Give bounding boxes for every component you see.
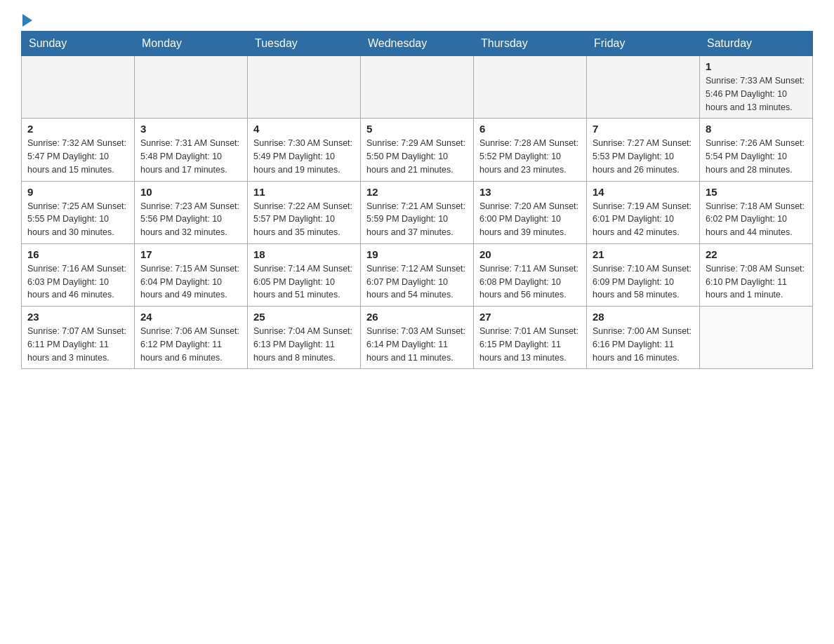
- day-of-week-header: Tuesday: [248, 32, 361, 56]
- day-info: Sunrise: 7:00 AM Sunset: 6:16 PM Dayligh…: [593, 325, 694, 364]
- day-number: 21: [593, 248, 694, 260]
- calendar-cell: 17Sunrise: 7:15 AM Sunset: 6:04 PM Dayli…: [135, 243, 248, 306]
- day-info: Sunrise: 7:21 AM Sunset: 5:59 PM Dayligh…: [366, 200, 468, 239]
- calendar-cell: 19Sunrise: 7:12 AM Sunset: 6:07 PM Dayli…: [361, 243, 474, 306]
- calendar-cell: 2Sunrise: 7:32 AM Sunset: 5:47 PM Daylig…: [22, 119, 135, 181]
- calendar-cell: 27Sunrise: 7:01 AM Sunset: 6:15 PM Dayli…: [474, 307, 587, 369]
- calendar-cell: 22Sunrise: 7:08 AM Sunset: 6:10 PM Dayli…: [700, 243, 813, 306]
- day-number: 15: [706, 186, 807, 198]
- day-number: 23: [27, 311, 128, 323]
- day-number: 18: [253, 248, 355, 260]
- day-info: Sunrise: 7:10 AM Sunset: 6:09 PM Dayligh…: [593, 262, 694, 302]
- day-number: 12: [366, 186, 468, 198]
- day-number: 17: [140, 248, 241, 260]
- calendar-cell: 20Sunrise: 7:11 AM Sunset: 6:08 PM Dayli…: [474, 243, 587, 306]
- day-number: 13: [479, 186, 581, 198]
- calendar-cell: 24Sunrise: 7:06 AM Sunset: 6:12 PM Dayli…: [135, 307, 248, 369]
- calendar-cell: [135, 56, 248, 119]
- calendar-cell: 15Sunrise: 7:18 AM Sunset: 6:02 PM Dayli…: [700, 181, 813, 243]
- calendar-cell: 28Sunrise: 7:00 AM Sunset: 6:16 PM Dayli…: [587, 307, 700, 369]
- logo-triangle-icon: [22, 14, 32, 27]
- day-number: 24: [140, 311, 241, 323]
- day-number: 5: [366, 123, 468, 135]
- day-number: 7: [593, 123, 694, 135]
- day-info: Sunrise: 7:32 AM Sunset: 5:47 PM Dayligh…: [27, 137, 128, 176]
- day-number: 8: [706, 123, 807, 135]
- calendar-cell: [700, 307, 813, 369]
- day-info: Sunrise: 7:25 AM Sunset: 5:55 PM Dayligh…: [27, 200, 128, 239]
- day-number: 22: [706, 248, 807, 260]
- day-info: Sunrise: 7:27 AM Sunset: 5:53 PM Dayligh…: [593, 137, 694, 176]
- calendar-cell: [587, 56, 700, 119]
- calendar-cell: [248, 56, 361, 119]
- day-number: 11: [253, 186, 355, 198]
- calendar-cell: [22, 56, 135, 119]
- calendar-week-row: 1Sunrise: 7:33 AM Sunset: 5:46 PM Daylig…: [22, 56, 813, 119]
- calendar-cell: 21Sunrise: 7:10 AM Sunset: 6:09 PM Dayli…: [587, 243, 700, 306]
- calendar-cell: 12Sunrise: 7:21 AM Sunset: 5:59 PM Dayli…: [361, 181, 474, 243]
- day-info: Sunrise: 7:29 AM Sunset: 5:50 PM Dayligh…: [366, 137, 468, 176]
- day-of-week-header: Thursday: [474, 32, 587, 56]
- day-info: Sunrise: 7:20 AM Sunset: 6:00 PM Dayligh…: [479, 200, 581, 239]
- day-info: Sunrise: 7:26 AM Sunset: 5:54 PM Dayligh…: [706, 137, 807, 176]
- calendar-cell: 7Sunrise: 7:27 AM Sunset: 5:53 PM Daylig…: [587, 119, 700, 181]
- day-number: 6: [479, 123, 581, 135]
- day-info: Sunrise: 7:22 AM Sunset: 5:57 PM Dayligh…: [253, 200, 355, 239]
- day-number: 10: [140, 186, 241, 198]
- day-number: 26: [366, 311, 468, 323]
- day-number: 28: [593, 311, 694, 323]
- day-number: 3: [140, 123, 241, 135]
- calendar-cell: 9Sunrise: 7:25 AM Sunset: 5:55 PM Daylig…: [22, 181, 135, 243]
- calendar-week-row: 2Sunrise: 7:32 AM Sunset: 5:47 PM Daylig…: [22, 119, 813, 181]
- day-info: Sunrise: 7:14 AM Sunset: 6:05 PM Dayligh…: [253, 262, 355, 302]
- calendar-cell: 26Sunrise: 7:03 AM Sunset: 6:14 PM Dayli…: [361, 307, 474, 369]
- calendar-cell: 4Sunrise: 7:30 AM Sunset: 5:49 PM Daylig…: [248, 119, 361, 181]
- day-number: 1: [706, 60, 807, 72]
- day-info: Sunrise: 7:16 AM Sunset: 6:03 PM Dayligh…: [27, 262, 128, 302]
- day-number: 19: [366, 248, 468, 260]
- calendar-header-row: SundayMondayTuesdayWednesdayThursdayFrid…: [22, 32, 813, 56]
- day-info: Sunrise: 7:18 AM Sunset: 6:02 PM Dayligh…: [706, 200, 807, 239]
- day-info: Sunrise: 7:33 AM Sunset: 5:46 PM Dayligh…: [706, 74, 807, 114]
- calendar-cell: 25Sunrise: 7:04 AM Sunset: 6:13 PM Dayli…: [248, 307, 361, 369]
- day-info: Sunrise: 7:19 AM Sunset: 6:01 PM Dayligh…: [593, 200, 694, 239]
- day-info: Sunrise: 7:03 AM Sunset: 6:14 PM Dayligh…: [366, 325, 468, 364]
- day-number: 2: [27, 123, 128, 135]
- logo: [21, 14, 38, 24]
- day-info: Sunrise: 7:07 AM Sunset: 6:11 PM Dayligh…: [27, 325, 128, 364]
- day-info: Sunrise: 7:30 AM Sunset: 5:49 PM Dayligh…: [253, 137, 355, 176]
- calendar-week-row: 23Sunrise: 7:07 AM Sunset: 6:11 PM Dayli…: [22, 307, 813, 369]
- page-header: [21, 14, 813, 24]
- day-info: Sunrise: 7:28 AM Sunset: 5:52 PM Dayligh…: [479, 137, 581, 176]
- day-info: Sunrise: 7:06 AM Sunset: 6:12 PM Dayligh…: [140, 325, 241, 364]
- day-info: Sunrise: 7:31 AM Sunset: 5:48 PM Dayligh…: [140, 137, 241, 176]
- day-of-week-header: Monday: [135, 32, 248, 56]
- calendar-cell: 8Sunrise: 7:26 AM Sunset: 5:54 PM Daylig…: [700, 119, 813, 181]
- day-number: 27: [479, 311, 581, 323]
- calendar-cell: 14Sunrise: 7:19 AM Sunset: 6:01 PM Dayli…: [587, 181, 700, 243]
- calendar-cell: 11Sunrise: 7:22 AM Sunset: 5:57 PM Dayli…: [248, 181, 361, 243]
- day-info: Sunrise: 7:11 AM Sunset: 6:08 PM Dayligh…: [479, 262, 581, 302]
- day-of-week-header: Sunday: [22, 32, 135, 56]
- day-info: Sunrise: 7:04 AM Sunset: 6:13 PM Dayligh…: [253, 325, 355, 364]
- day-number: 4: [253, 123, 355, 135]
- calendar-cell: 5Sunrise: 7:29 AM Sunset: 5:50 PM Daylig…: [361, 119, 474, 181]
- calendar-cell: 1Sunrise: 7:33 AM Sunset: 5:46 PM Daylig…: [700, 56, 813, 119]
- day-number: 20: [479, 248, 581, 260]
- calendar-cell: 16Sunrise: 7:16 AM Sunset: 6:03 PM Dayli…: [22, 243, 135, 306]
- day-of-week-header: Saturday: [700, 32, 813, 56]
- calendar-cell: 13Sunrise: 7:20 AM Sunset: 6:00 PM Dayli…: [474, 181, 587, 243]
- day-info: Sunrise: 7:01 AM Sunset: 6:15 PM Dayligh…: [479, 325, 581, 364]
- calendar-week-row: 16Sunrise: 7:16 AM Sunset: 6:03 PM Dayli…: [22, 243, 813, 306]
- calendar-cell: 3Sunrise: 7:31 AM Sunset: 5:48 PM Daylig…: [135, 119, 248, 181]
- calendar-cell: [361, 56, 474, 119]
- calendar-cell: 10Sunrise: 7:23 AM Sunset: 5:56 PM Dayli…: [135, 181, 248, 243]
- calendar-week-row: 9Sunrise: 7:25 AM Sunset: 5:55 PM Daylig…: [22, 181, 813, 243]
- calendar-cell: 6Sunrise: 7:28 AM Sunset: 5:52 PM Daylig…: [474, 119, 587, 181]
- calendar-cell: [474, 56, 587, 119]
- day-number: 25: [253, 311, 355, 323]
- day-info: Sunrise: 7:23 AM Sunset: 5:56 PM Dayligh…: [140, 200, 241, 239]
- day-number: 16: [27, 248, 128, 260]
- calendar-cell: 18Sunrise: 7:14 AM Sunset: 6:05 PM Dayli…: [248, 243, 361, 306]
- day-of-week-header: Friday: [587, 32, 700, 56]
